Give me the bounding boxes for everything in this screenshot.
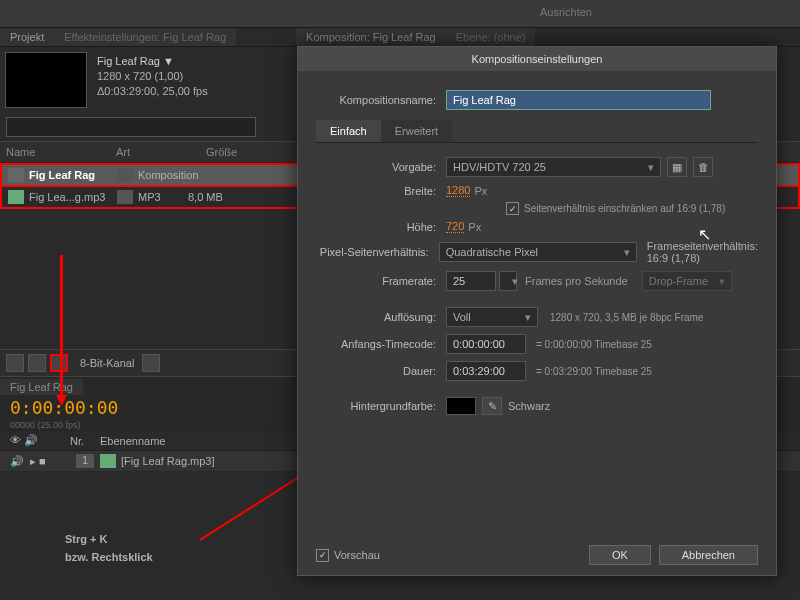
new-folder-icon[interactable] [28, 354, 46, 372]
main-toolbar: Ausrichten [0, 0, 800, 28]
eyedropper-icon[interactable]: ✎ [482, 397, 502, 415]
comp-duration: Δ0:03:29:00, 25,00 fps [97, 84, 208, 99]
duration-input[interactable] [446, 361, 526, 381]
save-preset-icon[interactable]: ▦ [667, 157, 687, 177]
bit-depth-label[interactable]: 8-Bit-Kanal [80, 357, 134, 369]
pixel-aspect-dropdown[interactable]: Quadratische Pixel [439, 242, 637, 262]
audio-icon [8, 190, 24, 204]
annotation-text: Strg + K bzw. Rechtsklick [65, 530, 153, 566]
new-comp-button[interactable] [50, 354, 68, 372]
composition-settings-dialog: Kompositionseinstellungen Kompositionsna… [297, 46, 777, 576]
composition-thumbnail [5, 52, 87, 108]
tab-effects[interactable]: Effekteinstellungen: Fig Leaf Rag [54, 28, 236, 46]
comp-name-label: Kompositionsname: [316, 94, 446, 106]
composition-icon [8, 168, 24, 182]
audio-icon[interactable]: 🔊 [10, 455, 30, 468]
start-timecode-input[interactable] [446, 334, 526, 354]
tab-composition-viewer[interactable]: Komposition: Fig Leaf Rag [296, 28, 446, 46]
cursor-icon: ↖ [698, 225, 711, 244]
timeline-tab[interactable]: Fig Leaf Rag [0, 379, 83, 395]
comp-dimensions: 1280 x 720 (1,00) [97, 69, 208, 84]
delete-icon[interactable] [142, 354, 160, 372]
type-icon [117, 190, 133, 204]
annotation-arrow-vertical [60, 255, 63, 400]
resolution-dropdown[interactable]: Voll [446, 307, 538, 327]
svg-line-0 [200, 470, 310, 540]
height-input[interactable]: 720 [446, 220, 464, 233]
tab-layer[interactable]: Ebene: (ohne) [446, 28, 536, 46]
comp-title[interactable]: Fig Leaf Rag ▼ [97, 54, 208, 69]
comp-name-input[interactable] [446, 90, 711, 110]
preset-dropdown[interactable]: HDV/HDTV 720 25 [446, 157, 661, 177]
type-icon [117, 168, 133, 182]
project-search-input[interactable] [6, 117, 256, 137]
audio-icon [100, 454, 116, 468]
folder-icon[interactable] [6, 354, 24, 372]
framerate-dropdown[interactable] [499, 271, 517, 291]
tab-project[interactable]: Projekt [0, 28, 54, 46]
ok-button[interactable]: OK [589, 545, 651, 565]
framerate-input[interactable] [446, 271, 496, 291]
lock-aspect-checkbox[interactable]: ✓ [506, 202, 519, 215]
delete-preset-icon[interactable]: 🗑 [693, 157, 713, 177]
dialog-title: Kompositionseinstellungen [298, 47, 776, 71]
ausrichten-label[interactable]: Ausrichten [540, 6, 592, 18]
cancel-button[interactable]: Abbrechen [659, 545, 758, 565]
tab-advanced[interactable]: Erweitert [381, 120, 452, 142]
dropframe-dropdown: Drop-Frame [642, 271, 732, 291]
width-input[interactable]: 1280 [446, 184, 470, 197]
tab-basic[interactable]: Einfach [316, 120, 381, 142]
bg-color-swatch[interactable] [446, 397, 476, 415]
preview-checkbox[interactable]: ✓ [316, 549, 329, 562]
